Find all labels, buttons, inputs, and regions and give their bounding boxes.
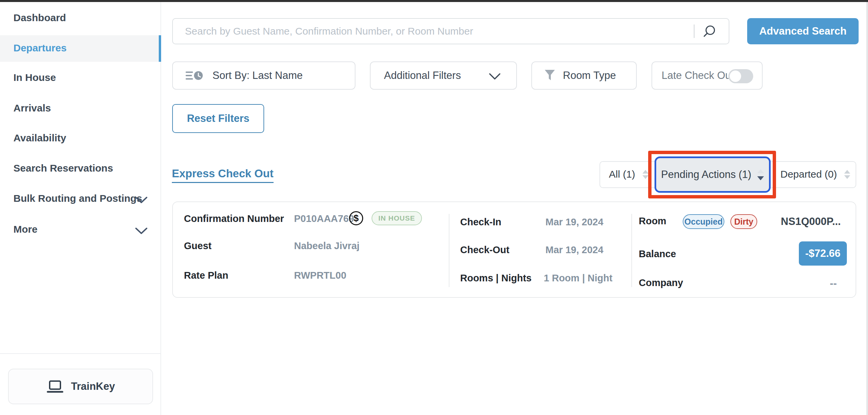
sidebar-divider bbox=[0, 353, 160, 354]
card-divider bbox=[631, 214, 632, 287]
tab-all-label: All (1) bbox=[609, 169, 635, 180]
check-out-value: Mar 19, 2024 bbox=[546, 244, 603, 256]
company-label: Company bbox=[639, 277, 683, 289]
guest-value: Nabeela Jivraj bbox=[294, 240, 360, 251]
rate-plan-label: Rate Plan bbox=[184, 270, 228, 281]
check-in-value: Mar 19, 2024 bbox=[546, 216, 603, 228]
dollar-circle-icon[interactable]: $ bbox=[349, 211, 363, 225]
room-label: Room bbox=[639, 215, 666, 227]
reservation-card: Confirmation Number P010AAA769 $ IN HOUS… bbox=[172, 202, 856, 298]
rooms-nights-value: 1 Room | Night bbox=[544, 273, 613, 284]
sort-by-label: Sort By: Last Name bbox=[213, 69, 303, 82]
rate-plan-value: RWPRTL00 bbox=[294, 270, 346, 281]
sort-arrows-icon bbox=[757, 169, 764, 180]
dirty-badge: Dirty bbox=[731, 214, 757, 229]
balance-button[interactable]: -$72.66 bbox=[799, 241, 847, 266]
additional-filters-dropdown[interactable]: Additional Filters bbox=[370, 61, 517, 90]
company-value: -- bbox=[830, 277, 837, 290]
trainkey-label: TrainKey bbox=[71, 380, 115, 392]
chevron-down-icon bbox=[489, 73, 501, 80]
advanced-search-button[interactable]: Advanced Search bbox=[747, 18, 859, 44]
late-checkout-label: Late Check Out bbox=[661, 69, 734, 82]
tab-departed[interactable]: Departed (0) bbox=[780, 169, 850, 180]
chevron-down-icon bbox=[135, 227, 148, 235]
late-checkout-toggle[interactable] bbox=[728, 69, 753, 83]
funnel-icon bbox=[544, 69, 556, 82]
sidebar-item-availability[interactable]: Availability bbox=[13, 132, 66, 144]
scrollbar-track[interactable] bbox=[866, 2, 868, 415]
tab-pending-actions-label: Pending Actions (1) bbox=[661, 169, 751, 181]
additional-filters-label: Additional Filters bbox=[384, 69, 461, 82]
sidebar-item-bulk-routing[interactable]: Bulk Routing and Postings bbox=[13, 193, 142, 204]
room-type-filter[interactable]: Room Type bbox=[531, 61, 637, 90]
sidebar-item-dashboard[interactable]: Dashboard bbox=[13, 12, 66, 24]
tab-all[interactable]: All (1) bbox=[609, 169, 649, 180]
tab-departed-label: Departed (0) bbox=[780, 169, 837, 180]
in-house-status-badge: IN HOUSE bbox=[372, 211, 422, 225]
tab-pending-actions-dropdown[interactable]: Pending Actions (1) bbox=[654, 156, 771, 193]
check-out-label: Check-Out bbox=[460, 244, 509, 256]
guest-label: Guest bbox=[184, 240, 212, 251]
occupied-badge: Occupied bbox=[683, 214, 724, 229]
sort-arrows-icon bbox=[844, 170, 850, 179]
confirmation-number-label: Confirmation Number bbox=[184, 213, 284, 224]
sidebar-item-arrivals[interactable]: Arrivals bbox=[13, 102, 51, 114]
sort-arrows-icon bbox=[643, 170, 649, 179]
search-divider bbox=[694, 25, 694, 38]
chevron-down-icon bbox=[135, 196, 148, 204]
rooms-nights-label: Rooms | Nights bbox=[460, 273, 532, 284]
check-in-label: Check-In bbox=[460, 216, 501, 228]
sidebar-item-search-reservations[interactable]: Search Reservations bbox=[13, 162, 113, 174]
sidebar-item-in-house[interactable]: In House bbox=[13, 72, 56, 83]
sidebar: Dashboard Departures In House Arrivals A… bbox=[0, 2, 161, 415]
search-input[interactable] bbox=[173, 19, 690, 43]
sidebar-item-departures[interactable]: Departures bbox=[0, 35, 161, 62]
balance-label: Balance bbox=[639, 248, 676, 260]
late-checkout-filter: Late Check Out bbox=[651, 61, 763, 90]
express-check-out-link[interactable]: Express Check Out bbox=[172, 167, 274, 183]
room-number-value: NS1Q000P... bbox=[781, 215, 841, 228]
departures-page: Dashboard Departures In House Arrivals A… bbox=[0, 0, 868, 415]
search-icon[interactable] bbox=[702, 24, 717, 39]
sort-by-dropdown[interactable]: Sort By: Last Name bbox=[172, 61, 355, 90]
room-type-label: Room Type bbox=[563, 69, 616, 82]
reset-filters-button[interactable]: Reset Filters bbox=[172, 104, 264, 133]
card-divider bbox=[449, 214, 450, 287]
sidebar-item-more[interactable]: More bbox=[13, 224, 38, 235]
active-indicator-bar bbox=[159, 35, 161, 62]
laptop-icon bbox=[46, 380, 64, 393]
sort-by-clock-icon bbox=[186, 69, 204, 82]
trainkey-button[interactable]: TrainKey bbox=[8, 369, 153, 404]
confirmation-number-value: P010AAA769 bbox=[294, 213, 354, 224]
search-bar bbox=[172, 18, 730, 44]
sidebar-item-departures-label: Departures bbox=[13, 42, 66, 54]
toggle-knob bbox=[730, 70, 741, 82]
